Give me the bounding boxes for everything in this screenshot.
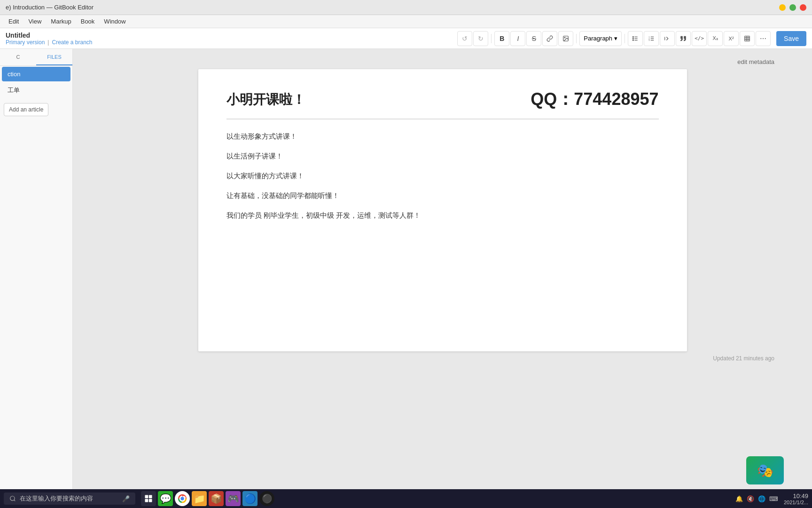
page-heading: 小明开课啦！ [226,91,305,109]
page-header: 小明开课啦！ QQ：774428957 [226,88,659,119]
system-tray: 🔔 🔇 🌐 ⌨ [735,495,778,502]
svg-rect-22 [145,495,148,499]
sidebar-item-introduction[interactable]: ction [2,67,70,81]
menu-book[interactable]: Book [76,17,100,26]
strikethrough-button[interactable]: S [526,31,541,46]
menu-edit[interactable]: Edit [4,17,23,26]
bold-button[interactable]: B [494,31,509,46]
primary-version-link[interactable]: Primary version [6,39,45,46]
svg-rect-24 [145,499,148,502]
wechat-icon[interactable]: 💬 [158,491,173,506]
toolbar-separator-3 [625,34,625,43]
editor-page[interactable]: 小明开课啦！ QQ：774428957 以生动形象方式讲课！ 以生活例子讲课！ … [198,69,687,351]
subscript-button[interactable]: X₂ [708,31,723,46]
link-button[interactable] [542,31,557,46]
svg-rect-15 [745,36,750,41]
tray-icon-4: ⌨ [769,495,778,502]
toolbar-separator-2 [576,34,577,43]
floating-widget[interactable]: 🎭 [746,456,784,484]
indent-button[interactable] [660,31,675,46]
microphone-icon: 🎤 [122,495,130,502]
taskbar-apps: 💬 📁 📦 🎮 🔵 ⚫ [141,491,274,506]
paragraph-3: 以大家听懂的方式讲课！ [226,170,659,182]
table-button[interactable] [740,31,755,46]
more-button[interactable]: ⋯ [756,31,771,46]
tab-c[interactable]: C [0,49,36,65]
app5-icon[interactable]: 🎮 [226,491,241,506]
tray-icon-2: 🔇 [747,495,754,502]
search-icon [9,495,16,502]
task-view-icon[interactable] [141,491,156,506]
doc-info: Untitled Primary version | Create a bran… [6,32,93,46]
app6-icon[interactable]: 🔵 [242,491,258,506]
clock-time: 10:49 [784,492,808,500]
redo-button[interactable]: ↻ [473,31,488,46]
meta-separator: | [47,39,49,46]
menu-window[interactable]: Window [99,17,130,26]
taskbar-search-text: 在这里输入你要搜索的内容 [20,494,93,503]
menu-markup[interactable]: Markup [46,17,76,26]
main-layout: C FILES ction 工单 Add an article edit met… [0,49,812,489]
updated-text: Updated 21 minutes ago [73,351,812,362]
app7-icon[interactable]: ⚫ [259,491,274,506]
paragraph-5: 我们的学员 刚毕业学生，初级中级 开发，运维，测试等人群！ [226,210,659,221]
undo-button[interactable]: ↺ [457,31,472,46]
code-button[interactable]: </> [692,31,707,46]
taskbar-search[interactable]: 在这里输入你要搜索的内容 🎤 [4,492,135,505]
editor-area: edit metadata 小明开课啦！ QQ：774428957 以生动形象方… [73,49,812,489]
title-bar-text: e) Introduction — GitBook Editor [6,4,94,11]
minimize-button[interactable] [779,4,786,11]
file-explorer-icon[interactable]: 📁 [192,491,207,506]
chevron-down-icon: ▾ [614,35,617,42]
svg-point-26 [180,497,184,500]
add-article-button[interactable]: Add an article [4,103,48,116]
sidebar-item-work-order[interactable]: 工单 [2,82,70,98]
svg-point-5 [633,36,634,37]
page-body: 以生动形象方式讲课！ 以生活例子讲课！ 以大家听懂的方式讲课！ 让有基础，没基础… [226,131,659,221]
toolbar-buttons: ↺ ↻ B I S Paragraph ▾ 1.2.3. </> X₂ [457,31,771,46]
paragraph-4: 让有基础，没基础的同学都能听懂！ [226,190,659,201]
menu-bar: Edit View Markup Book Window [0,15,812,28]
svg-text:3.: 3. [648,39,650,41]
chrome-icon[interactable] [175,491,190,506]
paragraph-1: 以生动形象方式讲课！ [226,131,659,142]
save-button[interactable]: Save [776,31,806,46]
sidebar-content: ction 工单 Add an article [0,66,72,489]
quote-button[interactable] [676,31,691,46]
doc-title: Untitled [6,32,93,39]
toolbar-separator-1 [491,34,492,43]
clock-date: 2021/1/2... [784,500,808,505]
superscript-button[interactable]: X² [724,31,739,46]
sidebar-tabs: C FILES [0,49,72,66]
tab-files[interactable]: FILES [36,49,72,65]
bullet-list-button[interactable] [628,31,643,46]
taskbar-clock: 10:49 2021/1/2... [784,492,808,505]
paragraph-2: 以生活例子讲课！ [226,151,659,162]
app4-icon[interactable]: 📦 [209,491,224,506]
svg-rect-25 [149,499,152,502]
svg-point-7 [633,40,634,40]
toolbar: Untitled Primary version | Create a bran… [0,28,812,49]
svg-point-6 [633,38,634,39]
svg-point-20 [10,496,15,500]
close-button[interactable] [800,4,806,11]
numbered-list-button[interactable]: 1.2.3. [644,31,659,46]
edit-metadata-button[interactable]: edit metadata [737,58,774,65]
svg-line-21 [14,500,16,501]
sidebar: C FILES ction 工单 Add an article [0,49,73,489]
menu-view[interactable]: View [23,17,46,26]
taskbar-right: 🔔 🔇 🌐 ⌨ 10:49 2021/1/2... [735,492,808,505]
svg-rect-23 [149,495,152,499]
maximize-button[interactable] [789,4,796,11]
title-bar: e) Introduction — GitBook Editor [0,0,812,15]
taskbar: 在这里输入你要搜索的内容 🎤 💬 📁 📦 🎮 🔵 ⚫ 🔔 🔇 🌐 ⌨ 10:49… [0,489,812,508]
paragraph-select[interactable]: Paragraph ▾ [579,31,622,46]
tray-icon-1: 🔔 [735,495,743,502]
svg-point-1 [564,37,565,38]
create-branch-link[interactable]: Create a branch [52,39,92,46]
image-button[interactable] [558,31,573,46]
italic-button[interactable]: I [510,31,525,46]
tray-icon-3: 🌐 [758,495,765,502]
window-controls [779,4,806,11]
editor-meta: edit metadata [73,58,812,69]
